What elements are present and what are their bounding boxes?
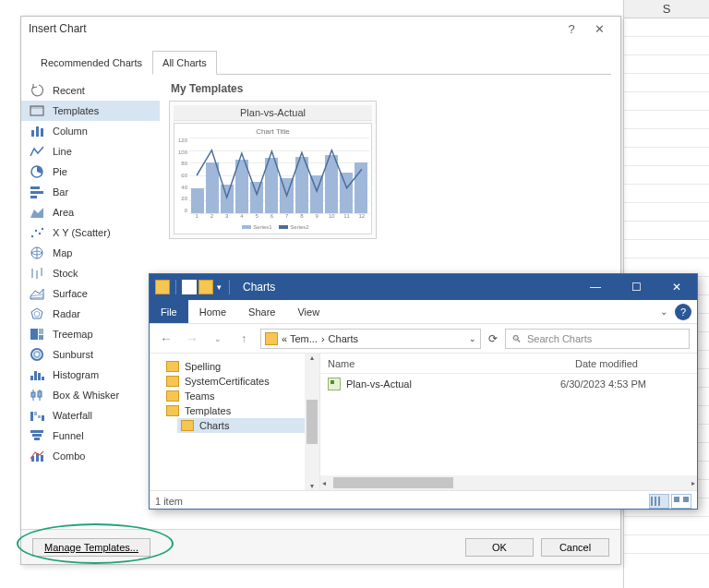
minimize-button[interactable]: —: [575, 274, 616, 300]
svg-rect-1: [30, 106, 43, 109]
tree-item-teams[interactable]: Teams: [162, 389, 318, 403]
maximize-button[interactable]: ☐: [616, 274, 656, 300]
folder-icon: [166, 361, 179, 372]
category-column[interactable]: Column: [21, 121, 160, 141]
category-treemap[interactable]: Treemap: [21, 324, 160, 344]
category-waterfall[interactable]: Waterfall: [21, 405, 160, 426]
preview-section-title: My Templates: [171, 82, 611, 95]
explorer-status-bar: 1 item: [150, 490, 697, 510]
svg-marker-17: [31, 308, 42, 318]
category-sunburst[interactable]: Sunburst: [21, 344, 160, 365]
bar-icon: [29, 185, 45, 199]
svg-point-12: [42, 228, 43, 230]
svg-rect-31: [38, 391, 42, 397]
explorer-tree[interactable]: Spelling SystemCertificates Teams Templa…: [150, 354, 320, 490]
ribbon-share[interactable]: Share: [237, 300, 286, 323]
scrollbar-thumb[interactable]: [306, 400, 318, 444]
file-explorer-window: ✓ ▾ Charts — ☐ ✕ File Home Share View ⌄ …: [149, 273, 698, 510]
file-row[interactable]: Plan-vs-Actual 6/30/2023 4:53 PM: [320, 374, 697, 394]
surface-icon: [29, 286, 45, 301]
explorer-close-button[interactable]: ✕: [656, 274, 697, 300]
explorer-address-bar: ← → ⌄ ↑ « Tem... › Charts ⌄ ⟳ 🔍︎ Search …: [150, 324, 697, 354]
search-icon: 🔍︎: [511, 333, 522, 344]
manage-templates-button[interactable]: Manage Templates...: [32, 538, 150, 557]
svg-point-23: [34, 352, 40, 357]
forward-button[interactable]: →: [183, 331, 201, 346]
svg-rect-8: [30, 196, 37, 198]
breadcrumb-prefix[interactable]: « Tem...: [282, 333, 318, 344]
svg-rect-4: [41, 128, 43, 137]
svg-rect-37: [32, 434, 42, 437]
ribbon-view[interactable]: View: [286, 300, 330, 323]
tree-item-templates[interactable]: Templates: [162, 403, 318, 418]
category-bar[interactable]: Bar: [21, 182, 160, 202]
svg-rect-32: [30, 412, 33, 421]
breadcrumb-bar[interactable]: « Tem... › Charts ⌄: [260, 329, 481, 349]
details-view-button[interactable]: [649, 494, 669, 509]
explorer-help-button[interactable]: ?: [675, 304, 691, 320]
category-area[interactable]: Area: [21, 202, 160, 222]
large-icons-view-button[interactable]: [671, 494, 691, 509]
column-date[interactable]: Date modified: [568, 358, 697, 369]
tree-item-charts[interactable]: Charts: [177, 418, 318, 433]
cancel-button[interactable]: Cancel: [541, 538, 609, 557]
qat-icon-1[interactable]: ✓: [182, 280, 197, 294]
svg-rect-6: [30, 186, 40, 189]
tree-item-spelling[interactable]: Spelling: [162, 359, 318, 374]
svg-rect-38: [34, 438, 40, 440]
explorer-file-list[interactable]: Name Date modified Plan-vs-Actual 6/30/2…: [320, 354, 697, 490]
category-box-whisker[interactable]: Box & Whisker: [21, 385, 160, 405]
tab-all-charts[interactable]: All Charts: [152, 51, 217, 75]
list-hscrollbar[interactable]: ◂ ▸: [320, 475, 697, 490]
svg-point-9: [31, 235, 33, 237]
tree-scrollbar[interactable]: ▴ ▾: [305, 354, 319, 490]
chart-preview: 120100806040200 123456789101112: [189, 138, 369, 222]
category-stock[interactable]: Stock: [21, 263, 160, 283]
ribbon-file[interactable]: File: [150, 300, 188, 323]
up-button[interactable]: ↑: [234, 332, 253, 345]
chart-title-label: Chart Title: [176, 127, 369, 136]
search-box[interactable]: 🔍︎ Search Charts: [505, 329, 690, 349]
dialog-titlebar[interactable]: Insert Chart ? ✕: [21, 17, 620, 41]
category-surface[interactable]: Surface: [21, 283, 160, 304]
scrollbar-thumb[interactable]: [333, 477, 453, 488]
svg-marker-18: [34, 311, 40, 317]
help-button[interactable]: ?: [558, 22, 585, 36]
template-thumbnail[interactable]: Plan-vs-Actual Chart Title 1201008060402…: [169, 101, 377, 239]
tree-item-systemcertificates[interactable]: SystemCertificates: [162, 374, 318, 389]
svg-rect-20: [39, 329, 43, 334]
recent-locations-button[interactable]: ⌄: [209, 334, 227, 343]
tab-recommended-charts[interactable]: Recommended Charts: [30, 51, 152, 75]
category-recent[interactable]: Recent: [21, 80, 160, 101]
category-line[interactable]: Line: [21, 141, 160, 162]
ribbon-expand-icon[interactable]: ⌄: [660, 306, 667, 317]
box-whisker-icon: [29, 388, 45, 402]
qat-icon-2[interactable]: [198, 280, 213, 294]
category-radar[interactable]: Radar: [21, 304, 160, 324]
explorer-titlebar[interactable]: ✓ ▾ Charts — ☐ ✕: [150, 274, 697, 300]
category-scatter[interactable]: X Y (Scatter): [21, 222, 160, 243]
refresh-button[interactable]: ⟳: [488, 332, 498, 345]
svg-rect-34: [38, 415, 41, 418]
svg-rect-25: [34, 371, 37, 380]
svg-rect-36: [30, 430, 43, 433]
folder-icon: [166, 405, 179, 416]
ribbon-home[interactable]: Home: [188, 300, 237, 323]
breadcrumb-separator-icon: ›: [321, 333, 325, 344]
category-funnel[interactable]: Funnel: [21, 426, 160, 446]
svg-point-22: [31, 349, 42, 360]
back-button[interactable]: ←: [157, 331, 175, 346]
category-combo[interactable]: Combo: [21, 446, 160, 466]
category-templates[interactable]: Templates: [21, 101, 160, 121]
breadcrumb-dropdown-icon[interactable]: ⌄: [469, 334, 476, 343]
breadcrumb-current[interactable]: Charts: [329, 333, 358, 344]
ok-button[interactable]: OK: [465, 538, 534, 557]
category-pie[interactable]: Pie: [21, 162, 160, 182]
svg-rect-21: [39, 335, 43, 340]
close-button[interactable]: ✕: [585, 22, 613, 36]
file-name: Plan-vs-Actual: [346, 378, 560, 390]
column-header-S[interactable]: S: [624, 0, 709, 18]
category-map[interactable]: Map: [21, 243, 160, 263]
category-histogram[interactable]: Histogram: [21, 365, 160, 385]
column-name[interactable]: Name: [320, 358, 568, 369]
